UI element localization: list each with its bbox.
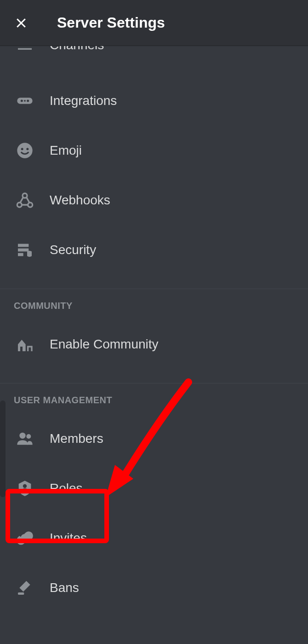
invites-icon <box>14 527 36 549</box>
menu-item-label: Security <box>50 243 96 257</box>
settings-content: Channels Integrations Emoji Webhooks Sec… <box>0 46 308 613</box>
svg-point-11 <box>26 148 29 150</box>
svg-rect-17 <box>18 253 23 256</box>
bans-icon <box>14 577 36 599</box>
svg-point-21 <box>19 433 25 439</box>
close-button[interactable] <box>13 15 29 31</box>
menu-item-label: Invites <box>50 531 87 545</box>
members-icon <box>14 428 36 450</box>
menu-item-invites[interactable]: Invites <box>0 513 308 563</box>
svg-rect-18 <box>20 347 23 351</box>
emoji-icon <box>14 139 36 162</box>
svg-point-22 <box>26 434 31 439</box>
channels-icon <box>14 46 36 56</box>
svg-rect-16 <box>18 249 29 252</box>
menu-item-webhooks[interactable]: Webhooks <box>0 175 308 225</box>
menu-item-bans[interactable]: Bans <box>0 563 308 613</box>
roles-icon <box>14 477 36 499</box>
svg-rect-4 <box>18 48 32 49</box>
menu-item-roles[interactable]: Roles <box>0 464 308 513</box>
svg-rect-20 <box>29 348 31 351</box>
svg-rect-24 <box>18 592 24 595</box>
svg-rect-8 <box>24 100 25 101</box>
svg-point-14 <box>28 203 33 207</box>
menu-item-channels[interactable]: Channels <box>0 46 308 67</box>
section-header-user-management: USER MANAGEMENT <box>0 383 308 414</box>
menu-item-members[interactable]: Members <box>0 414 308 464</box>
menu-item-security[interactable]: Security <box>0 225 308 275</box>
security-icon <box>14 239 36 261</box>
svg-rect-15 <box>18 244 29 247</box>
header-bar: Server Settings <box>0 0 308 46</box>
menu-item-integrations[interactable]: Integrations <box>0 67 308 126</box>
menu-item-label: Channels <box>50 46 104 52</box>
menu-item-emoji[interactable]: Emoji <box>0 126 308 175</box>
menu-item-label: Roles <box>50 481 83 496</box>
menu-item-label: Integrations <box>50 93 117 108</box>
page-title: Server Settings <box>57 14 165 31</box>
scrollbar-thumb[interactable] <box>0 400 6 497</box>
svg-point-7 <box>27 100 29 102</box>
svg-point-23 <box>23 484 27 488</box>
menu-item-label: Members <box>50 431 103 446</box>
menu-item-enable-community[interactable]: Enable Community <box>0 319 308 369</box>
menu-item-label: Webhooks <box>50 193 110 208</box>
community-icon <box>14 333 36 355</box>
menu-item-label: Bans <box>50 580 79 595</box>
menu-item-label: Emoji <box>50 143 82 158</box>
webhooks-icon <box>14 189 36 211</box>
svg-point-6 <box>21 100 23 102</box>
close-icon <box>14 16 28 30</box>
svg-point-10 <box>21 148 23 150</box>
section-header-community: COMMUNITY <box>0 289 308 319</box>
menu-item-label: Enable Community <box>50 337 159 352</box>
svg-point-9 <box>17 143 32 158</box>
svg-point-13 <box>17 203 22 207</box>
integrations-icon <box>14 90 36 112</box>
